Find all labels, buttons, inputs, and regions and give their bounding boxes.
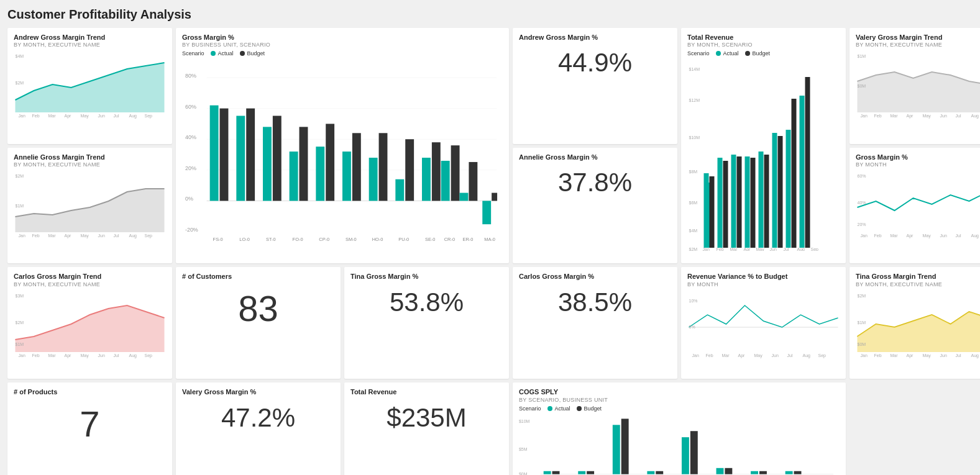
svg-rect-176	[587, 471, 594, 474]
svg-text:Jul: Jul	[114, 114, 119, 118]
svg-text:Aug: Aug	[971, 233, 979, 238]
svg-text:Feb: Feb	[32, 114, 40, 118]
carlos-trend-subtitle: BY MONTH, EXECUTIVE NAME	[14, 281, 166, 287]
svg-text:Mar: Mar	[730, 247, 738, 251]
annelie-trend-subtitle: BY MONTH, EXECUTIVE NAME	[14, 161, 166, 168]
cogs-sply-chart: $10M $5M $0M ER-0 FO-0 HO-0	[519, 414, 840, 475]
svg-text:$0M: $0M	[858, 342, 866, 346]
svg-marker-130	[16, 305, 165, 352]
valery-trend-chart: Jan Feb Mar Apr May Jun Jul Aug Sep $1M …	[856, 50, 980, 120]
svg-text:$0M: $0M	[858, 84, 866, 88]
svg-text:Mar: Mar	[891, 353, 899, 358]
budget-label-3: Budget	[584, 405, 602, 412]
svg-text:10%: 10%	[689, 299, 698, 303]
svg-text:Feb: Feb	[874, 233, 882, 238]
card-valery-trend: Valery Gross Margin Trend BY MONTH, EXEC…	[849, 28, 980, 144]
card-annelie-gm-pct: Annelie Gross Margin % 37.8%	[513, 148, 677, 264]
svg-text:Jan: Jan	[19, 114, 25, 118]
svg-text:May: May	[923, 353, 932, 358]
svg-rect-69	[710, 176, 715, 248]
page-title: Customer Profitability Analysis	[7, 7, 973, 22]
svg-rect-76	[759, 152, 764, 248]
svg-text:Jul: Jul	[956, 114, 961, 118]
budget-legend-2: Budget	[745, 50, 771, 57]
gross-margin-bar-subtitle: BY BUSINESS UNIT, SCENARIO	[182, 42, 503, 48]
svg-rect-181	[647, 471, 654, 474]
svg-rect-81	[792, 99, 797, 248]
actual-dot-2	[716, 51, 721, 56]
svg-rect-194	[794, 471, 802, 474]
svg-text:20%: 20%	[185, 165, 196, 171]
svg-text:ER-0: ER-0	[463, 237, 474, 242]
svg-text:Aug: Aug	[971, 353, 979, 358]
svg-rect-24	[220, 109, 229, 201]
svg-text:Sep: Sep	[145, 233, 153, 238]
gross-margin-bar-title: Gross Margin %	[182, 33, 503, 42]
svg-text:Mar: Mar	[48, 233, 57, 238]
svg-text:$6M: $6M	[689, 201, 698, 205]
svg-rect-53	[460, 193, 469, 201]
svg-text:Jun: Jun	[940, 114, 947, 118]
svg-rect-73	[737, 156, 742, 248]
svg-text:CR-0: CR-0	[444, 237, 455, 242]
svg-rect-70	[718, 158, 723, 248]
num-products-value: 7	[14, 403, 166, 445]
svg-text:Mar: Mar	[48, 114, 57, 118]
budget-label-2: Budget	[753, 50, 771, 57]
andrew-trend-title: Andrew Gross Margin Trend	[14, 33, 166, 42]
card-cogs-sply: COGS SPLY BY SCENARIO, BUSINESS UNIT Sce…	[513, 382, 846, 475]
svg-rect-188	[725, 468, 732, 474]
svg-rect-71	[723, 161, 728, 248]
svg-rect-30	[273, 116, 282, 201]
svg-rect-75	[751, 158, 756, 248]
svg-rect-39	[352, 133, 361, 201]
svg-text:$12M: $12M	[689, 98, 700, 102]
svg-rect-83	[805, 77, 810, 248]
svg-text:Mar: Mar	[48, 353, 57, 358]
actual-dot	[211, 51, 216, 56]
budget-dot	[240, 51, 245, 56]
svg-marker-155	[858, 312, 981, 352]
svg-rect-38	[342, 152, 351, 201]
svg-rect-187	[717, 468, 724, 474]
svg-text:Apr: Apr	[907, 233, 914, 238]
valery-gm-pct-title: Valery Gross Margin %	[182, 387, 334, 396]
num-products-title: # of Products	[14, 387, 166, 396]
svg-text:$2M: $2M	[16, 81, 24, 85]
annelie-gm-pct-value: 37.8%	[519, 168, 671, 197]
card-num-products: # of Products 7	[7, 382, 172, 475]
svg-text:Feb: Feb	[32, 233, 40, 238]
svg-text:-20%: -20%	[185, 227, 198, 233]
svg-rect-50	[441, 161, 450, 201]
budget-dot-3	[577, 406, 582, 411]
svg-text:40%: 40%	[185, 135, 196, 141]
total-revenue-legend: Scenario Actual Budget	[687, 50, 840, 57]
svg-text:$1M: $1M	[858, 320, 866, 325]
card-andrew-gm-pct: Andrew Gross Margin % 44.9%	[513, 28, 677, 144]
svg-rect-175	[578, 471, 585, 474]
total-revenue-kpi-title: Total Revenue	[350, 387, 503, 396]
tina-gm-pct-value: 53.8%	[350, 287, 503, 317]
svg-text:Feb: Feb	[717, 247, 724, 251]
annelie-trend-title: Annelie Gross Margin Trend	[14, 153, 166, 161]
svg-text:$0M: $0M	[519, 471, 528, 475]
svg-rect-78	[772, 133, 777, 248]
svg-text:SM-0: SM-0	[346, 237, 357, 242]
card-carlos-trend: Carlos Gross Margin Trend BY MONTH, EXEC…	[7, 267, 172, 379]
svg-text:Jan: Jan	[19, 353, 25, 358]
svg-rect-179	[621, 418, 629, 474]
svg-rect-57	[492, 193, 497, 201]
svg-text:$1M: $1M	[16, 204, 24, 208]
svg-rect-74	[745, 156, 750, 248]
svg-text:Jul: Jul	[787, 353, 793, 358]
svg-text:40%: 40%	[858, 201, 866, 205]
svg-rect-51	[451, 145, 460, 201]
svg-text:Sep: Sep	[818, 353, 827, 358]
svg-text:Jul: Jul	[114, 233, 119, 238]
svg-text:SE-0: SE-0	[425, 237, 436, 242]
actual-legend: Actual	[211, 50, 234, 57]
svg-text:Jun: Jun	[940, 233, 947, 238]
svg-rect-35	[316, 147, 324, 201]
svg-text:$1M: $1M	[16, 342, 24, 346]
card-revenue-variance: Revenue Variance % to Budget BY MONTH Ja…	[681, 267, 846, 379]
